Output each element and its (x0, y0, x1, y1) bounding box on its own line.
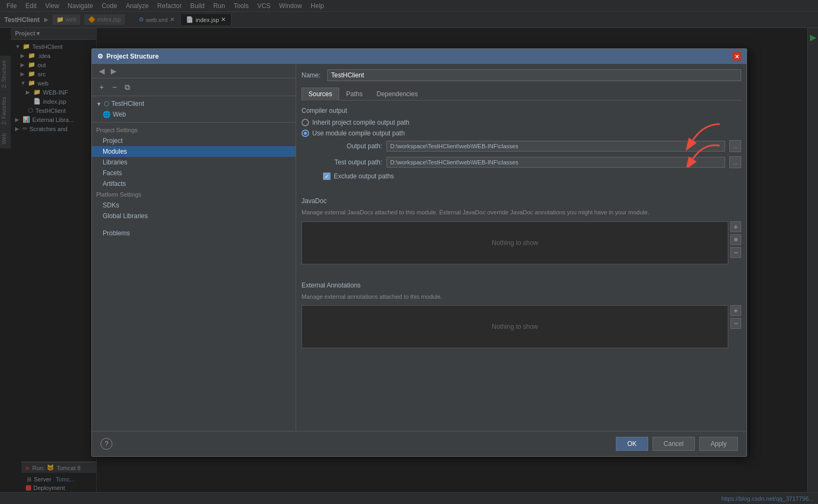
help-button[interactable]: ? (101, 438, 112, 450)
project-settings-section: Project Settings (92, 125, 296, 135)
problems-section: Problems (92, 228, 296, 239)
settings-facets-label: Facets (103, 169, 122, 177)
external-annotations-title: External Annotations (302, 282, 741, 289)
dialog-left-panel: ◀ ▶ + − ⧉ ▼ ⬡ TestHClient (92, 64, 296, 431)
exclude-output-label: Exclude output paths (334, 172, 394, 180)
name-row: Name: (302, 69, 741, 81)
settings-global-libraries[interactable]: Global Libraries (92, 211, 296, 221)
settings-problems[interactable]: Problems (92, 228, 296, 239)
copy-module-button[interactable]: ⧉ (122, 82, 133, 92)
output-path-label: Output path: (323, 142, 382, 150)
javadoc-actions: + ⊕ − (730, 221, 741, 273)
radio-use-module: Use module compile output path (302, 129, 741, 137)
dialog-footer-left: ? (101, 438, 612, 450)
dialog-title-left: ⚙ Project Structure (97, 53, 159, 60)
javadoc-list: Nothing to show (302, 221, 728, 264)
settings-artifacts[interactable]: Artifacts (92, 178, 296, 189)
settings-project-label: Project (103, 137, 123, 145)
dialog-overlay: ⚙ Project Structure ✕ ◀ ▶ + − ⧉ (0, 0, 818, 504)
nav-forward-button[interactable]: ▶ (108, 66, 119, 76)
dialog-footer: ? OK Cancel Apply (92, 431, 747, 456)
dialog-tree-web-label: Web (113, 111, 126, 118)
test-output-path-row: Test output path: ... (302, 156, 741, 168)
annotations-add-btn[interactable]: + (730, 305, 741, 316)
javadoc-area: Nothing to show + ⊕ − (302, 221, 741, 273)
settings-problems-label: Problems (103, 229, 130, 237)
radio-inherit: Inherit project compile output path (302, 119, 741, 126)
remove-module-button[interactable]: − (109, 82, 120, 92)
exclude-output-checkbox[interactable] (323, 172, 331, 180)
javadoc-add-alt-btn[interactable]: ⊕ (730, 234, 741, 245)
tab-paths[interactable]: Paths (339, 88, 370, 100)
settings-project[interactable]: Project (92, 135, 296, 146)
dialog-body: ◀ ▶ + − ⧉ ▼ ⬡ TestHClient (92, 64, 747, 431)
exclude-output-row: Exclude output paths (302, 172, 741, 180)
settings-modules-label: Modules (103, 148, 127, 155)
add-module-button[interactable]: + (96, 82, 107, 92)
cancel-button[interactable]: Cancel (652, 437, 695, 451)
output-path-container: Output path: ... (302, 140, 741, 152)
dialog-settings-tree: Project Settings Project Modules Librari… (92, 123, 296, 431)
javadoc-add-btn[interactable]: + (730, 221, 741, 232)
platform-settings-section: Platform Settings (92, 189, 296, 200)
radio-inherit-btn[interactable] (302, 119, 309, 126)
annotations-actions: + − (730, 305, 741, 357)
settings-artifacts-label: Artifacts (103, 180, 126, 188)
radio-use-module-label: Use module compile output path (312, 129, 405, 137)
dialog-title-icon: ⚙ (97, 53, 103, 60)
dialog-title-bar: ⚙ Project Structure ✕ (92, 49, 747, 64)
test-output-path-input[interactable] (386, 157, 725, 168)
test-output-path-browse[interactable]: ... (729, 156, 741, 168)
compiler-output-section: Compiler output Inherit project compile … (302, 107, 741, 189)
nav-back-button[interactable]: ◀ (96, 66, 107, 76)
dialog-tree-web[interactable]: 🌐 Web (92, 109, 296, 120)
javadoc-desc: Manage external JavaDocs attached to thi… (302, 208, 741, 217)
output-path-row: Output path: ... (302, 140, 741, 152)
dialog-tree-testhclient-label: TestHClient (111, 100, 144, 107)
dialog-right-panel: Name: Sources Paths Dependencies Compile… (296, 64, 747, 431)
compiler-output-title: Compiler output (302, 107, 741, 114)
dialog-nav-btns: ◀ ▶ (92, 64, 296, 78)
settings-sdks-label: SDKs (103, 201, 119, 209)
tree-expand-icon: ▼ (96, 101, 102, 107)
javadoc-empty-text: Nothing to show (492, 239, 538, 247)
external-annotations-desc: Manage external annotations attached to … (302, 292, 741, 301)
javadoc-section: JavaDoc Manage external JavaDocs attache… (302, 197, 741, 273)
dialog-title-text: Project Structure (106, 53, 159, 60)
test-output-path-label: Test output path: (323, 159, 382, 166)
radio-use-module-btn[interactable] (302, 129, 309, 137)
dialog-tree-testhclient[interactable]: ▼ ⬡ TestHClient (92, 98, 296, 109)
apply-button[interactable]: Apply (699, 437, 738, 451)
output-path-browse[interactable]: ... (729, 140, 741, 152)
web-icon: 🌐 (103, 111, 111, 118)
settings-global-libraries-label: Global Libraries (103, 212, 148, 220)
javadoc-remove-btn[interactable]: − (730, 247, 741, 258)
external-annotations-section: External Annotations Manage external ann… (302, 282, 741, 357)
content-tabs-row: Sources Paths Dependencies (302, 88, 741, 100)
javadoc-title: JavaDoc (302, 197, 741, 205)
settings-modules[interactable]: Modules (92, 146, 296, 157)
radio-inherit-label: Inherit project compile output path (312, 119, 410, 126)
external-annotations-list: Nothing to show (302, 305, 728, 348)
external-annotations-empty-text: Nothing to show (492, 323, 538, 330)
output-path-input[interactable] (386, 141, 725, 152)
name-input[interactable] (327, 69, 741, 81)
annotations-remove-btn[interactable]: − (730, 318, 741, 329)
settings-libraries[interactable]: Libraries (92, 157, 296, 168)
project-structure-dialog: ⚙ Project Structure ✕ ◀ ▶ + − ⧉ (91, 48, 747, 457)
test-output-path-container: Test output path: ... (302, 156, 741, 168)
dialog-left-toolbar: + − ⧉ (92, 78, 296, 96)
settings-facets[interactable]: Facets (92, 168, 296, 178)
tab-dependencies[interactable]: Dependencies (370, 88, 425, 100)
ok-button[interactable]: OK (616, 437, 648, 451)
settings-libraries-label: Libraries (103, 159, 127, 166)
dialog-close-button[interactable]: ✕ (733, 52, 741, 61)
module-tree: ▼ ⬡ TestHClient 🌐 Web (92, 96, 296, 123)
settings-sdks[interactable]: SDKs (92, 200, 296, 211)
module-icon: ⬡ (104, 100, 109, 107)
external-annotations-area: Nothing to show + − (302, 305, 741, 357)
tab-sources[interactable]: Sources (302, 88, 339, 100)
name-label: Name: (302, 71, 323, 79)
